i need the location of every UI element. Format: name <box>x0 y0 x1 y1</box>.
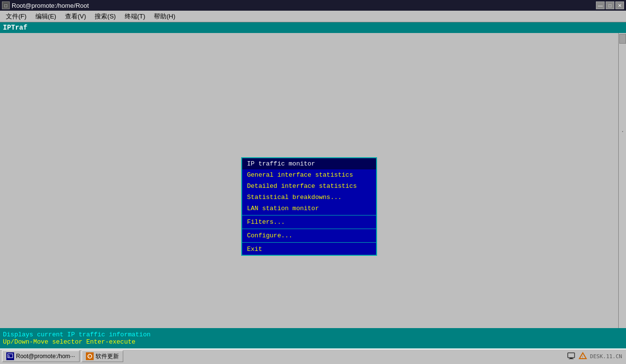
svg-rect-5 <box>570 358 573 359</box>
svg-rect-4 <box>568 353 575 358</box>
status-bar: Displays current IP traffic information … <box>0 328 626 348</box>
scrollbar-line <box>622 131 623 132</box>
title-bar: □ Root@promote:/home/Root — □ ✕ <box>0 0 626 11</box>
menu-terminal[interactable]: 终端(T) <box>121 11 149 22</box>
menu-help[interactable]: 帮助(H) <box>150 11 179 22</box>
svg-text:!: ! <box>88 354 89 359</box>
status-line-1: Displays current IP traffic information <box>3 331 623 338</box>
taskbar-update-icon: ! <box>86 352 94 360</box>
terminal-icon: □ <box>2 1 10 9</box>
scrollbar-thumb[interactable] <box>619 34 626 44</box>
taskbar-terminal-label: Root@promote:/hom··· <box>16 353 75 360</box>
minimize-button[interactable]: — <box>596 1 605 9</box>
menu-edit[interactable]: 编辑(E) <box>32 11 60 22</box>
menu-filters[interactable]: Filters... <box>242 216 376 228</box>
svg-text:$: $ <box>8 355 10 358</box>
menu-configure[interactable]: Configure... <box>242 230 376 241</box>
menu-statistical-breakdowns[interactable]: Statistical breakdowns... <box>242 192 376 203</box>
iptraf-header: IPTraf <box>0 22 626 33</box>
menu-exit[interactable]: Exit <box>242 244 376 255</box>
system-tray: ! DESK.11.CN <box>565 352 624 361</box>
menu-file[interactable]: 文件(F) <box>2 11 31 22</box>
divider-3 <box>242 242 376 243</box>
taskbar-update-label: 软件更新 <box>96 352 119 361</box>
main-menu-dialog[interactable]: IP traffic monitor General interface sta… <box>241 157 377 256</box>
title-bar-left: □ Root@promote:/home/Root <box>2 1 89 9</box>
scrollbar[interactable] <box>618 33 626 328</box>
tray-notification-icon: ! <box>578 352 587 361</box>
terminal-area: IP traffic monitor General interface sta… <box>0 33 626 328</box>
menu-ip-traffic-monitor[interactable]: IP traffic monitor <box>242 158 376 169</box>
window-title: Root@promote:/home/Root <box>12 2 89 9</box>
divider-1 <box>242 215 376 215</box>
iptraf-title: IPTraf <box>3 24 27 32</box>
menu-detailed-interface-stats[interactable]: Detailed interface statistics <box>242 181 376 192</box>
window-controls: — □ ✕ <box>596 1 624 9</box>
watermark-text: DESK.11.CN <box>590 353 622 360</box>
svg-text:!: ! <box>582 355 583 359</box>
menu-bar: 文件(F) 编辑(E) 查看(V) 搜索(S) 终端(T) 帮助(H) <box>0 11 626 22</box>
menu-search[interactable]: 搜索(S) <box>91 11 119 22</box>
tray-monitor-icon <box>567 352 576 361</box>
close-button[interactable]: ✕ <box>615 1 624 9</box>
svg-rect-6 <box>569 359 574 359</box>
divider-2 <box>242 229 376 229</box>
taskbar-update[interactable]: ! 软件更新 <box>82 350 123 362</box>
taskbar-terminal[interactable]: $ Root@promote:/hom··· <box>2 350 80 362</box>
status-line-2: Up/Down-Move selector Enter-execute <box>3 338 623 346</box>
taskbar: $ Root@promote:/hom··· ! 软件更新 ! <box>0 348 626 363</box>
menu-lan-station-monitor[interactable]: LAN station monitor <box>242 203 376 214</box>
menu-view[interactable]: 查看(V) <box>61 11 90 22</box>
taskbar-terminal-icon: $ <box>6 352 14 360</box>
menu-general-interface-stats[interactable]: General interface statistics <box>242 169 376 181</box>
maximize-button[interactable]: □ <box>606 1 614 9</box>
